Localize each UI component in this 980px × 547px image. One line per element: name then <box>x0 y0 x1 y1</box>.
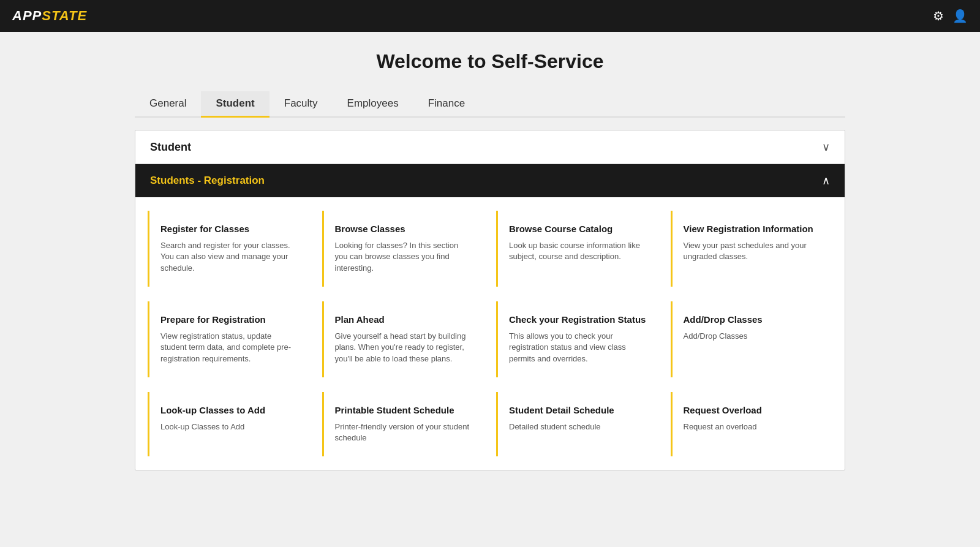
card-desc-6: This allows you to check your registrati… <box>509 331 646 366</box>
card-desc-0: Search and register for your classes. Yo… <box>160 240 298 275</box>
tab-employees[interactable]: Employees <box>333 91 413 118</box>
card-desc-11: Request an overload <box>684 421 821 433</box>
card-6[interactable]: Check your Registration StatusThis allow… <box>496 301 658 377</box>
card-title-10: Student Detail Schedule <box>509 404 646 417</box>
card-title-0: Register for Classes <box>160 223 298 235</box>
card-title-11: Request Overload <box>684 404 821 417</box>
tab-faculty[interactable]: Faculty <box>270 91 333 118</box>
logo-app: APP <box>12 8 42 24</box>
card-title-2: Browse Course Catalog <box>509 223 646 235</box>
card-title-4: Prepare for Registration <box>160 314 298 326</box>
card-title-8: Look-up Classes to Add <box>160 404 298 417</box>
card-title-7: Add/Drop Classes <box>684 314 821 326</box>
user-icon[interactable]: 👤 <box>952 9 968 23</box>
card-desc-8: Look-up Classes to Add <box>160 421 298 433</box>
card-4[interactable]: Prepare for RegistrationView registratio… <box>148 301 310 377</box>
card-title-6: Check your Registration Status <box>509 314 646 326</box>
card-title-3: View Registration Information <box>684 223 821 235</box>
tab-student[interactable]: Student <box>201 91 269 118</box>
cards-grid: Register for ClassesSearch and register … <box>135 197 845 470</box>
student-section-chevron: ∨ <box>822 140 830 154</box>
header-icons: ⚙ 👤 <box>933 9 968 23</box>
card-0[interactable]: Register for ClassesSearch and register … <box>148 211 310 287</box>
card-3[interactable]: View Registration InformationView your p… <box>671 211 833 287</box>
tab-finance[interactable]: Finance <box>413 91 480 118</box>
gear-icon[interactable]: ⚙ <box>933 9 944 23</box>
card-10[interactable]: Student Detail ScheduleDetailed student … <box>496 392 658 456</box>
page-title: Welcome to Self-Service <box>135 50 845 73</box>
tab-general[interactable]: General <box>135 91 201 118</box>
card-desc-2: Look up basic course information like su… <box>509 240 646 263</box>
logo-state: STATE <box>42 8 87 24</box>
main-tabs: GeneralStudentFacultyEmployeesFinance <box>135 91 845 118</box>
card-8[interactable]: Look-up Classes to AddLook-up Classes to… <box>148 392 310 456</box>
card-desc-7: Add/Drop Classes <box>684 331 821 342</box>
main-content: Welcome to Self-Service GeneralStudentFa… <box>123 32 858 489</box>
student-section-header[interactable]: Student ∨ <box>135 130 845 164</box>
registration-subsection-chevron: ∧ <box>822 174 830 187</box>
card-title-1: Browse Classes <box>335 223 472 235</box>
card-title-9: Printable Student Schedule <box>335 404 472 417</box>
content-panel: Student ∨ Students - Registration ∧ Regi… <box>135 130 845 470</box>
logo: APPSTATE <box>12 8 87 24</box>
card-desc-10: Detailed student schedule <box>509 421 646 433</box>
registration-subsection-header[interactable]: Students - Registration ∧ <box>135 164 845 197</box>
card-5[interactable]: Plan AheadGive yourself a head start by … <box>322 301 484 377</box>
card-2[interactable]: Browse Course CatalogLook up basic cours… <box>496 211 658 287</box>
card-title-5: Plan Ahead <box>335 314 472 326</box>
student-section-title: Student <box>150 141 191 154</box>
card-desc-4: View registration status, update student… <box>160 331 298 366</box>
card-7[interactable]: Add/Drop ClassesAdd/Drop Classes <box>671 301 833 377</box>
card-1[interactable]: Browse ClassesLooking for classes? In th… <box>322 211 484 287</box>
card-desc-1: Looking for classes? In this section you… <box>335 240 472 275</box>
app-header: APPSTATE ⚙ 👤 <box>0 0 980 32</box>
card-desc-5: Give yourself a head start by building p… <box>335 331 472 366</box>
card-11[interactable]: Request OverloadRequest an overload <box>671 392 833 456</box>
card-desc-3: View your past schedules and your ungrad… <box>684 240 821 263</box>
registration-subsection-title: Students - Registration <box>150 175 265 187</box>
card-9[interactable]: Printable Student SchedulePrinter-friend… <box>322 392 484 456</box>
card-desc-9: Printer-friendly version of your student… <box>335 421 472 445</box>
